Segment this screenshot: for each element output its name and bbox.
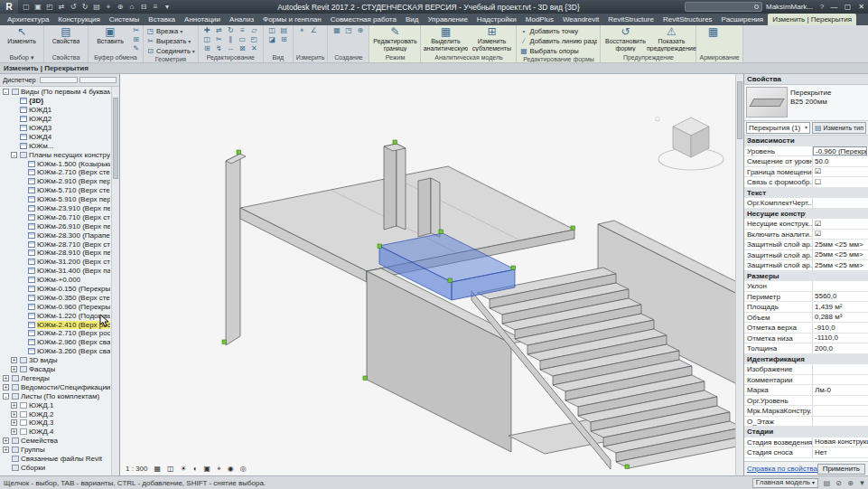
browser-tree-item[interactable]: ЮЖм-2.960 (Верх свай) <box>0 338 110 347</box>
edit-type-button[interactable]: ▤ Изменить тип <box>812 122 866 134</box>
expand-toggle-icon[interactable] <box>11 125 17 131</box>
property-row[interactable]: Объем 0,288 м³ <box>744 313 868 324</box>
panel-label-select[interactable]: Выбор ▾ <box>3 53 41 62</box>
browser-tree-item[interactable]: ЮЖм-31.200 (Верх стен лифто <box>0 258 110 267</box>
browser-tree-item[interactable]: ЮЖД2 <box>0 115 110 124</box>
expand-toggle-icon[interactable]: + <box>11 419 17 426</box>
browser-tree-item[interactable]: ЮЖм-0.150 (Перекрытие подв <box>0 285 110 294</box>
expand-toggle-icon[interactable] <box>19 196 25 202</box>
isolate-icon[interactable]: ◎ <box>238 464 249 474</box>
cut-geometry-button[interactable]: ✂ Вырезать ▾ <box>146 36 195 45</box>
ribbon-tab[interactable]: Архитектура <box>3 14 53 25</box>
scrollbar-thumb[interactable] <box>737 81 742 139</box>
type-selector[interactable]: Перекрытия (1) ▾ <box>746 122 810 134</box>
browser-tree-item[interactable]: + Фасады <box>0 365 110 374</box>
create-tool-icon[interactable]: ▦ <box>331 26 342 35</box>
browser-tree-item[interactable]: ЮЖм-1.220 (Подошвы вх гр) <box>0 311 110 320</box>
browser-tree-item[interactable]: {3D} <box>0 97 110 106</box>
property-row[interactable]: Марка Лм-0 <box>744 385 868 396</box>
browser-tree-item[interactable]: ЮЖм-+0.000 <box>0 276 110 285</box>
properties-toggle-button[interactable]: ▤ Свойства <box>47 26 85 45</box>
expand-toggle-icon[interactable] <box>19 259 25 265</box>
minimize-button[interactable]: — <box>827 0 841 14</box>
close-button[interactable]: ✕ <box>854 0 868 14</box>
edit-tool-icon[interactable]: ✂ <box>213 35 225 44</box>
expand-toggle-icon[interactable]: - <box>3 393 9 400</box>
ribbon-tab[interactable]: Weandrevit <box>558 14 603 25</box>
property-row[interactable]: О_Этаж <box>744 417 868 428</box>
worksharing-icon[interactable]: ▤ <box>821 476 833 489</box>
view-tool-icon[interactable]: ⊞ <box>278 35 290 44</box>
shadows-icon[interactable]: ◐ <box>191 464 201 474</box>
expand-toggle-icon[interactable] <box>3 456 9 462</box>
property-row[interactable]: Идентификация <box>744 354 868 365</box>
ribbon-tab[interactable]: ModPlus <box>521 14 558 25</box>
browser-tree-item[interactable]: + ЮЖД.1 <box>0 400 110 409</box>
browser-tree-item[interactable]: ЮЖм-26.910 (Верх перекрыти <box>0 221 110 230</box>
browser-tree-item[interactable]: + 3D виды <box>0 356 110 365</box>
browser-tree-item[interactable]: ЮЖм-0.350 (Верх стен и пилон <box>0 293 110 302</box>
browser-tree-item[interactable]: ЮЖм-5.910 (Верх перекрытия <box>0 195 110 204</box>
ribbon-tab[interactable]: RevitStructures <box>658 14 717 25</box>
show-crop-icon[interactable]: ⌖ <box>214 464 224 474</box>
show-warning-button[interactable]: ⚠ Показать предупреждение <box>649 26 693 52</box>
browser-header-icon[interactable] <box>79 77 117 83</box>
property-row[interactable]: Изображение <box>744 364 868 375</box>
property-row[interactable]: Стадия сноса Нет <box>744 447 868 458</box>
view-tool-icon[interactable]: ◫ <box>266 26 278 35</box>
property-row[interactable]: Связь с формообр... ☐ <box>744 177 868 188</box>
browser-tree-item[interactable]: + ЮЖД.3 <box>0 418 110 428</box>
expand-toggle-icon[interactable] <box>11 116 17 122</box>
visual-style-icon[interactable]: ◫ <box>164 464 177 474</box>
expand-toggle-icon[interactable]: - <box>11 152 17 158</box>
expand-toggle-icon[interactable] <box>11 107 17 113</box>
browser-tree-item[interactable]: ЮЖм-0.960 (Перекрытие мусо <box>0 302 110 311</box>
browser-tree-item[interactable]: - Виды (По первым 4 буквам) <box>0 88 110 97</box>
measure-tool-icon[interactable]: ∠ <box>308 26 320 35</box>
browser-tree-item[interactable]: + Ведомости/Спецификации <box>0 382 110 391</box>
property-row[interactable]: Защитный слой ар... 25мм <25 мм> <box>744 250 868 261</box>
browser-tree-item[interactable]: ЮЖм-28.710 (Верх стен лифт <box>0 240 110 249</box>
adjust-analytical-button[interactable]: ⊞ Изменить субэлементы <box>470 26 513 52</box>
browser-tree-item[interactable]: ЮЖм-2.710 (Верх ростве...) <box>0 329 110 338</box>
ribbon-tab[interactable]: Изменить | Перекрытия <box>768 14 856 25</box>
edit-tool-icon[interactable]: ⊠ <box>237 44 248 53</box>
property-row[interactable]: Стадия возведения Новая конструкция <box>744 437 868 448</box>
ribbon-tab[interactable]: RevitStructure <box>603 14 658 25</box>
redo-icon[interactable]: ↻ <box>79 0 90 14</box>
edit-tool-icon[interactable]: ≡ <box>237 26 248 35</box>
ribbon-tab[interactable]: Расширения <box>717 14 769 25</box>
expand-toggle-icon[interactable] <box>19 169 25 175</box>
drawing-area[interactable]: ⌂ 1 : 300 ▦◫☀◐▣⌖◉◎ <box>120 74 743 475</box>
browser-tree-item[interactable]: ЮЖД3 <box>0 124 110 133</box>
new-icon[interactable]: ▢ <box>21 0 32 14</box>
browser-tree-item[interactable]: ЮЖм-1.500 (Козырьки) <box>0 159 110 168</box>
edit-tool-icon[interactable]: ✕ <box>248 44 260 53</box>
tag-icon[interactable]: ⊕ <box>115 0 126 14</box>
expand-toggle-icon[interactable] <box>19 249 25 256</box>
property-row[interactable]: Периметр 5560,0 <box>744 292 868 303</box>
property-row[interactable]: Комментарии <box>744 375 868 386</box>
property-row[interactable]: Толщина 200,0 <box>744 343 868 354</box>
property-row[interactable]: Уровень -0.960 (Перекрыти <box>744 146 868 157</box>
expand-toggle-icon[interactable] <box>19 187 25 193</box>
rebar-button[interactable]: ▦ <box>699 26 726 38</box>
section-icon[interactable]: ⊟ <box>138 0 149 14</box>
ribbon-tab[interactable]: Анализ <box>225 14 258 25</box>
browser-tree-item[interactable]: Связанные файлы Revit <box>0 455 110 464</box>
view-tool-icon[interactable]: ▤ <box>278 26 290 35</box>
ribbon-tab[interactable]: Вид <box>401 14 423 25</box>
open-icon[interactable]: ▣ <box>33 0 43 14</box>
edit-tool-icon[interactable]: ◰ <box>248 35 260 44</box>
create-tool-icon[interactable]: ◳ <box>342 26 354 35</box>
browser-tree-item[interactable]: ЮЖД1 <box>0 106 110 115</box>
view-scale-button[interactable]: 1 : 300 <box>123 464 150 474</box>
expand-toggle-icon[interactable] <box>19 223 25 230</box>
property-row[interactable]: Стадии <box>744 427 868 437</box>
copy-icon[interactable]: ⊞ <box>132 35 140 43</box>
browser-tree-item[interactable]: ЮЖм-2.410 (Верх ростверков) <box>0 320 110 329</box>
project-browser-header[interactable]: Диспетчер проекта - Учебный проект.rvt <box>0 74 119 87</box>
expand-toggle-icon[interactable] <box>11 134 17 140</box>
highlight-analytical-button[interactable]: ▦ Выделить аналитическую модель <box>424 26 467 52</box>
property-row[interactable]: Защитный слой ар... 25мм <25 мм> <box>744 240 868 250</box>
